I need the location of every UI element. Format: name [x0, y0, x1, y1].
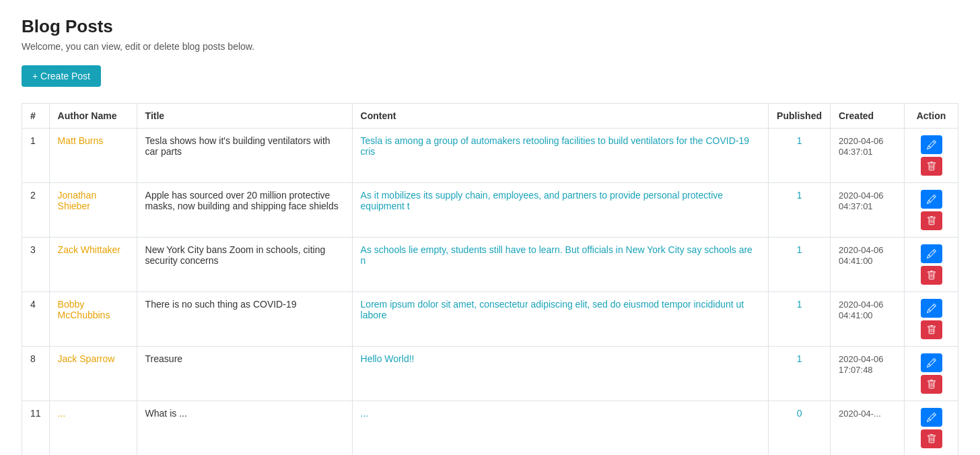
- action-buttons: [913, 244, 950, 285]
- cell-published: 1: [769, 129, 831, 183]
- cell-created: 2020-04-06 04:41:00: [831, 238, 905, 292]
- col-header-num: #: [22, 104, 50, 129]
- page-subtitle: Welcome, you can view, edit or delete bl…: [22, 41, 958, 52]
- table-row: 3Zack WhittakerNew York City bans Zoom i…: [22, 238, 958, 292]
- cell-published: 1: [769, 238, 831, 292]
- cell-action: [905, 129, 958, 183]
- edit-button[interactable]: [921, 244, 942, 263]
- table-row: 2Jonathan ShieberApple has sourced over …: [22, 183, 958, 238]
- cell-content: As schools lie empty, students still hav…: [352, 238, 769, 292]
- action-buttons: [913, 135, 950, 176]
- table-header-row: # Author Name Title Content Published Cr…: [22, 104, 958, 129]
- cell-created: 2020-04-...: [831, 401, 905, 456]
- action-buttons: [913, 299, 950, 339]
- create-post-button[interactable]: + Create Post: [22, 65, 101, 87]
- cell-title: What is ...: [137, 401, 352, 456]
- cell-author[interactable]: Jack Sparrow: [49, 347, 137, 401]
- delete-button[interactable]: [921, 211, 942, 230]
- delete-button[interactable]: [921, 157, 942, 176]
- cell-content: Hello World!!: [352, 347, 769, 401]
- cell-content: Tesla is among a group of automakers ret…: [352, 129, 769, 183]
- cell-title: New York City bans Zoom in schools, citi…: [137, 238, 352, 292]
- cell-action: [905, 347, 958, 401]
- cell-author[interactable]: Bobby McChubbins: [49, 292, 137, 347]
- author-link[interactable]: Jonathan Shieber: [58, 190, 97, 211]
- cell-content: Lorem ipsum dolor sit amet, consectetur …: [352, 292, 769, 347]
- cell-published: 1: [769, 292, 831, 347]
- col-header-action: Action: [905, 104, 958, 129]
- cell-num: 4: [22, 292, 50, 347]
- cell-content: ...: [352, 401, 769, 456]
- cell-title: There is no such thing as COVID-19: [137, 292, 352, 347]
- table-row: 4Bobby McChubbinsThere is no such thing …: [22, 292, 958, 347]
- cell-published: 1: [769, 347, 831, 401]
- cell-title: Tesla shows how it's building ventilator…: [137, 129, 352, 183]
- col-header-published: Published: [769, 104, 831, 129]
- cell-num: 8: [22, 347, 50, 401]
- col-header-content: Content: [352, 104, 769, 129]
- author-link[interactable]: Bobby McChubbins: [58, 299, 110, 320]
- cell-published: 0: [769, 401, 831, 456]
- cell-published: 1: [769, 183, 831, 238]
- cell-action: [905, 401, 958, 456]
- delete-button[interactable]: [921, 429, 942, 448]
- blog-posts-table: # Author Name Title Content Published Cr…: [22, 103, 958, 455]
- cell-author[interactable]: ...: [49, 401, 137, 456]
- cell-num: 2: [22, 183, 50, 238]
- cell-num: 11: [22, 401, 50, 456]
- cell-author[interactable]: Zack Whittaker: [49, 238, 137, 292]
- cell-created: 2020-04-06 04:37:01: [831, 183, 905, 238]
- author-link[interactable]: Zack Whittaker: [58, 244, 120, 255]
- author-link[interactable]: ...: [58, 408, 66, 419]
- cell-action: [905, 183, 958, 238]
- edit-button[interactable]: [921, 135, 942, 154]
- col-header-title: Title: [137, 104, 352, 129]
- cell-created: 2020-04-06 17:07:48: [831, 347, 905, 401]
- page-title: Blog Posts: [22, 16, 958, 37]
- cell-content: As it mobilizes its supply chain, employ…: [352, 183, 769, 238]
- col-header-created: Created: [831, 104, 905, 129]
- cell-author[interactable]: Matt Burns: [49, 129, 137, 183]
- author-link[interactable]: Matt Burns: [58, 135, 104, 146]
- col-header-author: Author Name: [49, 104, 137, 129]
- cell-title: Apple has sourced over 20 million protec…: [137, 183, 352, 238]
- table-row: 11...What is ......02020-04-...: [22, 401, 958, 456]
- edit-button[interactable]: [921, 190, 942, 209]
- delete-button[interactable]: [921, 375, 942, 394]
- delete-button[interactable]: [921, 320, 942, 339]
- cell-created: 2020-04-06 04:41:00: [831, 292, 905, 347]
- author-link[interactable]: Jack Sparrow: [58, 353, 115, 364]
- cell-author[interactable]: Jonathan Shieber: [49, 183, 137, 238]
- cell-num: 1: [22, 129, 50, 183]
- cell-action: [905, 238, 958, 292]
- delete-button[interactable]: [921, 266, 942, 285]
- action-buttons: [913, 408, 950, 448]
- edit-button[interactable]: [921, 408, 942, 427]
- action-buttons: [913, 190, 950, 230]
- edit-button[interactable]: [921, 353, 942, 372]
- cell-title: Treasure: [137, 347, 352, 401]
- edit-button[interactable]: [921, 299, 942, 318]
- cell-num: 3: [22, 238, 50, 292]
- table-row: 8Jack SparrowTreasureHello World!!12020-…: [22, 347, 958, 401]
- cell-action: [905, 292, 958, 347]
- table-row: 1Matt BurnsTesla shows how it's building…: [22, 129, 958, 183]
- cell-created: 2020-04-06 04:37:01: [831, 129, 905, 183]
- action-buttons: [913, 353, 950, 394]
